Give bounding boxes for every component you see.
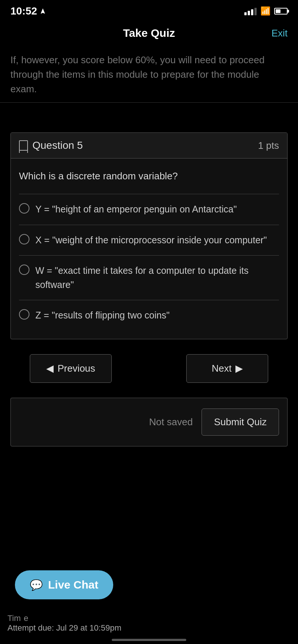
nav-bar: Take Quiz Exit [0,21,298,45]
question-number: Question 5 [32,140,83,151]
answer-options: Y = "height of an emperor penguin on Ant… [19,194,279,331]
question-label: Question 5 [19,140,83,151]
not-saved-label: Not saved [149,416,193,428]
location-arrow-icon [39,7,46,15]
home-indicator [112,639,186,641]
time-suffix: e [24,613,28,623]
time-row: Tim e [7,613,291,623]
page-title: Take Quiz [123,27,175,39]
live-chat-label: Live Chat [48,579,98,591]
question-points: 1 pts [258,140,279,151]
status-bar: 10:52 📶 [0,0,298,21]
right-arrow-icon: ▶ [235,363,243,374]
answer-option-c[interactable]: W = "exact time it takes for a computer … [19,255,279,300]
previous-button[interactable]: ◀ Previous [30,354,112,383]
wifi-icon: 📶 [260,6,270,16]
answer-option-b[interactable]: X = "weight of the microprocessor inside… [19,225,279,256]
bookmark-icon [19,140,28,151]
exit-button[interactable]: Exit [272,28,288,39]
answer-option-d[interactable]: Z = "results of flipping two coins" [19,300,279,331]
option-text-b: X = "weight of the microprocessor inside… [35,233,267,247]
time-prefix: Tim [7,613,21,623]
submit-quiz-button[interactable]: Submit Quiz [202,408,279,436]
option-text-d: Z = "results of flipping two coins" [35,308,169,323]
battery-icon [274,8,288,15]
option-text-a: Y = "height of an emperor penguin on Ant… [35,202,237,217]
attempt-due: Attempt due: Jul 29 at 10:59pm [7,623,291,633]
radio-button-d[interactable] [19,309,29,320]
nav-buttons: ◀ Previous Next ▶ [0,354,298,383]
intro-partial-text: If, however, you score below 60%, you wi… [10,53,288,96]
bottom-info: Tim e Attempt due: Jul 29 at 10:59pm [0,613,298,633]
submit-section: Not saved Submit Quiz [10,398,288,446]
chat-bubble-icon: 💬 [30,579,43,591]
question-header: Question 5 1 pts [11,133,287,158]
status-time: 10:52 [10,5,46,17]
signal-bars-icon [244,7,257,15]
next-button[interactable]: Next ▶ [186,354,268,383]
intro-section: If, however, you score below 60%, you wi… [0,45,298,103]
question-container: Question 5 1 pts Which is a discrete ran… [10,132,288,339]
radio-button-a[interactable] [19,203,29,214]
radio-button-b[interactable] [19,234,29,244]
left-arrow-icon: ◀ [46,363,54,374]
answer-option-a[interactable]: Y = "height of an emperor penguin on Ant… [19,194,279,225]
spacer [0,103,298,118]
option-text-c: W = "exact time it takes for a computer … [35,264,279,292]
question-text: Which is a discrete random variable? [19,169,279,183]
bottom-spacer [0,446,298,565]
status-icons: 📶 [244,6,288,16]
radio-button-c[interactable] [19,265,29,275]
live-chat-button[interactable]: 💬 Live Chat [15,570,113,599]
question-body: Which is a discrete random variable? Y =… [11,158,287,339]
